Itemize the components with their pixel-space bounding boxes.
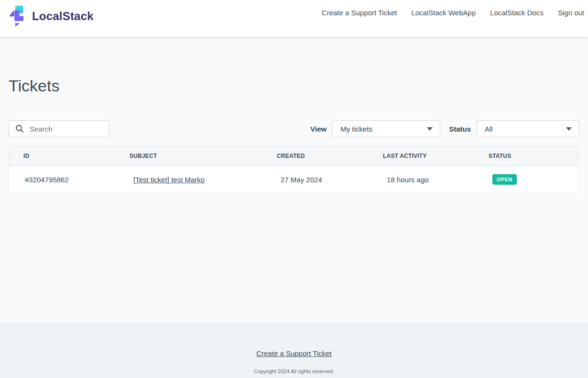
status-select[interactable]: All	[477, 120, 579, 137]
footer-copyright: Copyright 2024 All rights reserved.	[0, 368, 588, 374]
column-header-subject: SUBJECT	[130, 146, 277, 166]
nav-sign-out[interactable]: Sign out	[558, 9, 584, 17]
view-select-value: My tickets	[340, 125, 372, 133]
view-filter-label: View	[310, 125, 327, 133]
search-input[interactable]	[30, 125, 101, 133]
brand-name: LocalStack	[32, 10, 94, 23]
search-icon	[15, 124, 24, 133]
filter-group: View My tickets Status All	[310, 120, 579, 137]
page-title: Tickets	[9, 76, 579, 95]
table-row: #3204795862 [Test ticket] test Marko 27 …	[9, 166, 579, 193]
view-select[interactable]: My tickets	[332, 120, 440, 137]
chevron-down-icon	[566, 127, 572, 131]
nav-create-support-ticket[interactable]: Create a Support Ticket	[322, 9, 397, 17]
localstack-logo-icon	[9, 5, 28, 27]
app-footer: Create a Support Ticket Copyright 2024 A…	[0, 322, 588, 378]
ticket-subject-link[interactable]: [Test ticket] test Marko	[133, 176, 205, 184]
nav-localstack-docs[interactable]: LocalStack Docs	[490, 9, 544, 17]
status-filter-label: Status	[449, 125, 471, 133]
status-select-value: All	[485, 125, 493, 133]
ticket-last-activity: 18 hours ago	[383, 166, 489, 193]
column-header-id: ID	[9, 146, 130, 166]
search-box	[9, 120, 109, 137]
column-header-status: STATUS	[489, 146, 579, 166]
column-header-created: CREATED	[277, 146, 383, 166]
table-header: ID SUBJECT CREATED LAST ACTIVITY STATUS	[9, 146, 579, 166]
app-header: LocalStack Create a Support Ticket Local…	[0, 0, 588, 37]
tickets-table: ID SUBJECT CREATED LAST ACTIVITY STATUS …	[9, 146, 579, 193]
main-content: Tickets View My tickets Status All	[0, 37, 588, 322]
nav-localstack-webapp[interactable]: LocalStack WebApp	[411, 9, 476, 17]
ticket-id: #3204795862	[9, 166, 130, 193]
column-header-last-activity: LAST ACTIVITY	[383, 146, 489, 166]
brand-logo[interactable]: LocalStack	[9, 5, 94, 27]
footer-create-ticket-link[interactable]: Create a Support Ticket	[256, 349, 332, 357]
chevron-down-icon	[427, 127, 433, 131]
status-badge: OPEN	[492, 174, 517, 185]
ticket-created: 27 May 2024	[277, 166, 383, 193]
main-nav: Create a Support Ticket LocalStack WebAp…	[322, 9, 584, 17]
app-root: LocalStack Create a Support Ticket Local…	[0, 0, 588, 378]
filters-row: View My tickets Status All	[9, 120, 579, 137]
